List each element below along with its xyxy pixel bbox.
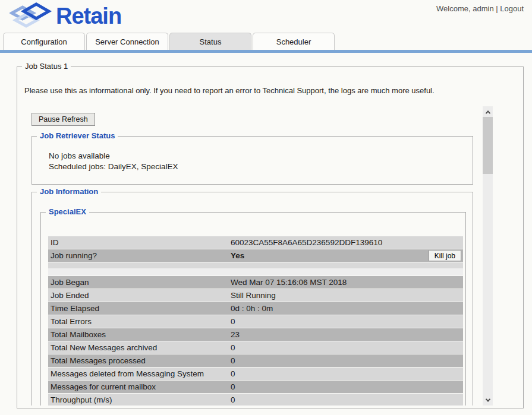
table-row: Time Elapsed0d : 0h : 0m (48, 302, 463, 315)
row-value: 0 (231, 381, 235, 393)
retriever-status-lines: No jobs available Scheduled jobs: DailyE… (49, 151, 178, 172)
row-label: Messages deleted from Messaging System (51, 368, 204, 380)
tab-configuration[interactable]: Configuration (3, 33, 85, 50)
retriever-line: Scheduled jobs: DailyEX, SpecialEX (49, 161, 178, 172)
row-value: 0d : 0h : 0m (231, 302, 273, 315)
row-value: 23 (231, 328, 240, 341)
retain-status-page: Retain Welcome, admin | Logout Configura… (0, 0, 532, 415)
row-value: 0 (231, 315, 235, 328)
row-label: Time Elapsed (51, 302, 99, 315)
tab-bar: Configuration Server Connection Status S… (0, 33, 532, 53)
specialex-legend: SpecialEX (46, 207, 89, 216)
app-logo: Retain (10, 1, 121, 31)
table-row: Total Messages processed0 (48, 354, 463, 367)
table-row: Total Errors0 (48, 315, 463, 328)
logo-text: Retain (56, 4, 121, 29)
logout-link[interactable]: Logout (500, 4, 524, 13)
row-label: Job Began (51, 276, 89, 289)
kill-job-button[interactable]: Kill job (429, 250, 461, 261)
row-value: Wed Mar 07 15:16:06 MST 2018 (231, 276, 347, 289)
job-retriever-status-legend: Job Retriever Status (37, 131, 118, 140)
chevron-up-icon (485, 110, 490, 115)
table-row: Job running?YesKill job (48, 249, 463, 262)
separator: | (494, 4, 500, 13)
row-label: Total New Messages archived (51, 341, 157, 354)
table-spacer-row (48, 262, 463, 275)
tab-underline (0, 50, 532, 53)
tab-scheduler[interactable]: Scheduler (253, 33, 335, 50)
row-label: Total Mailboxes (51, 328, 106, 341)
scroll-up-button[interactable] (483, 107, 493, 117)
scroll-down-button[interactable] (483, 395, 493, 405)
row-label: Job Ended (51, 289, 89, 302)
row-value: 0 (231, 394, 235, 406)
row-value: 0 (231, 368, 235, 380)
vertical-scrollbar[interactable] (483, 106, 493, 406)
scrollbar-thumb[interactable] (483, 117, 493, 174)
table-row: Messages for current mailbox0 (48, 381, 463, 393)
chevron-down-icon (485, 397, 490, 401)
table-row: Messages deleted from Messaging System0 (48, 368, 463, 380)
table-row: Job BeganWed Mar 07 15:16:06 MST 2018 (48, 276, 463, 289)
user-session-area: Welcome, admin | Logout (436, 4, 524, 13)
job-retriever-status-fieldset: Job Retriever Status No jobs available S… (32, 136, 473, 185)
row-label: Total Errors (51, 315, 92, 328)
table-row: Job EndedStill Running (48, 289, 463, 302)
status-scroll-content: Pause Refresh Job Retriever Status No jo… (24, 106, 483, 406)
row-label: Job running? (51, 249, 97, 262)
row-value: 0 (231, 341, 235, 354)
pause-refresh-button[interactable]: Pause Refresh (32, 113, 95, 126)
job-information-legend: Job Information (37, 187, 101, 196)
row-label: ID (51, 236, 59, 249)
table-row: Total New Messages archived0 (48, 341, 463, 354)
welcome-text: Welcome, admin (436, 4, 494, 13)
job-table: ID60023CA55F8A6A65D236592DDF139610Job ru… (48, 236, 463, 406)
informational-text: Please use this as informational only. I… (24, 86, 435, 95)
retriever-line: No jobs available (49, 151, 178, 161)
retain-logo-icon (10, 1, 55, 31)
tab-status[interactable]: Status (169, 33, 251, 50)
specialex-job-fieldset: SpecialEX ID60023CA55F8A6A65D236592DDF13… (40, 212, 466, 406)
row-label: Messages for current mailbox (51, 381, 156, 393)
row-value: Yes (231, 249, 244, 262)
job-information-fieldset: Job Information SpecialEX ID60023CA55F8A… (32, 192, 473, 406)
row-value: 0 (231, 354, 235, 367)
table-row: Throughput (m/s)0 (48, 394, 463, 406)
row-label: Total Messages processed (51, 354, 146, 367)
table-row: Total Mailboxes23 (48, 328, 463, 341)
tab-server-connection[interactable]: Server Connection (86, 33, 168, 50)
job-status-legend: Job Status 1 (22, 62, 71, 71)
row-label: Throughput (m/s) (51, 394, 112, 406)
row-value: Still Running (231, 289, 276, 302)
table-row: ID60023CA55F8A6A65D236592DDF139610 (48, 236, 463, 249)
row-value: 60023CA55F8A6A65D236592DDF139610 (231, 236, 382, 249)
status-scroll-region: Pause Refresh Job Retriever Status No jo… (24, 106, 493, 406)
job-status-fieldset: Job Status 1 Please use this as informat… (17, 66, 524, 408)
